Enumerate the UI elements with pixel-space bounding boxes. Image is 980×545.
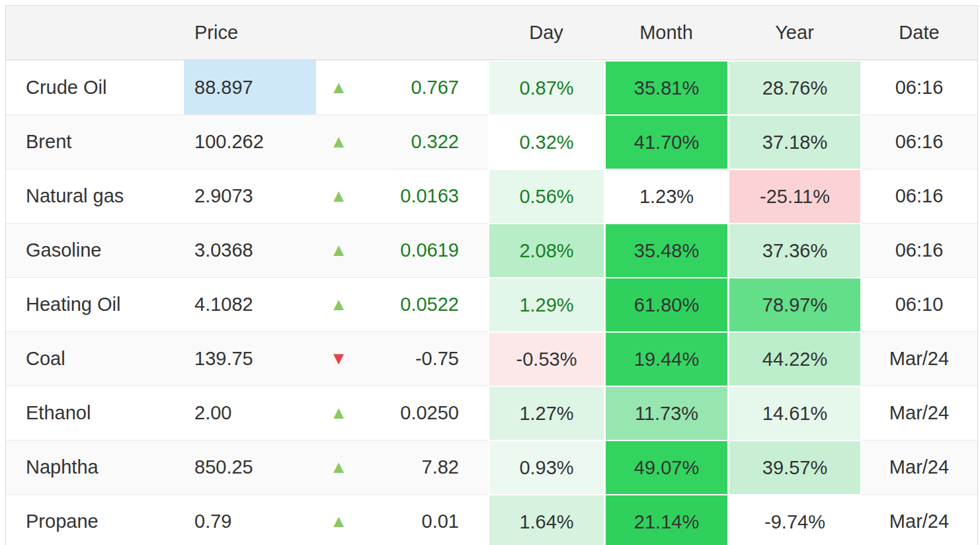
- col-header-change: [361, 6, 488, 60]
- day-percent-cell: 1.27%: [488, 386, 604, 440]
- day-percent-cell: 0.56%: [488, 169, 604, 223]
- change-cell: 7.82: [361, 440, 488, 494]
- month-percent-cell: 35.48%: [604, 223, 728, 277]
- day-percent-cell: 0.32%: [488, 114, 604, 169]
- price-cell: 0.79: [184, 494, 316, 545]
- commodity-link-heating-oil[interactable]: Heating Oil: [6, 277, 184, 331]
- col-header-year: Year: [728, 6, 861, 60]
- commodity-link-brent[interactable]: Brent: [6, 114, 184, 169]
- date-cell: Mar/24: [861, 494, 977, 545]
- up-arrow-icon: ▲: [316, 277, 361, 331]
- day-percent-cell: 2.08%: [488, 223, 604, 277]
- up-arrow-icon: ▲: [316, 60, 361, 114]
- up-arrow-icon: ▲: [316, 494, 361, 545]
- header-row: Price Day Month Year Date: [6, 6, 977, 60]
- month-percent-cell: 49.07%: [604, 440, 728, 494]
- col-header-price: Price: [184, 6, 316, 60]
- change-cell: 0.0619: [361, 223, 488, 277]
- date-cell: 06:16: [861, 169, 977, 223]
- table-row-heating-oil: Heating Oil 4.1082 ▲ 0.0522 1.29% 61.80%…: [6, 277, 977, 331]
- year-percent-cell: 39.57%: [728, 440, 861, 494]
- table-row-ethanol: Ethanol 2.00 ▲ 0.0250 1.27% 11.73% 14.61…: [6, 386, 977, 440]
- price-cell: 2.00: [184, 386, 316, 440]
- month-percent-cell: 35.81%: [604, 60, 728, 114]
- commodities-table: Price Day Month Year Date Crude Oil 88.8…: [5, 5, 978, 545]
- day-percent-cell: 0.87%: [488, 60, 604, 114]
- month-percent-cell: 21.14%: [604, 494, 728, 545]
- month-percent-cell: 19.44%: [604, 331, 728, 386]
- col-header-name: [6, 6, 184, 60]
- change-cell: -0.75: [361, 331, 488, 386]
- month-percent-cell: 11.73%: [604, 386, 728, 440]
- change-cell: 0.0163: [361, 169, 488, 223]
- price-cell: 100.262: [184, 114, 316, 169]
- table-row-gasoline: Gasoline 3.0368 ▲ 0.0619 2.08% 35.48% 37…: [6, 223, 977, 277]
- month-percent-cell: 61.80%: [604, 277, 728, 331]
- date-cell: Mar/24: [861, 331, 977, 386]
- year-percent-cell: -25.11%: [728, 169, 861, 223]
- price-cell: 139.75: [184, 331, 316, 386]
- commodity-link-naphtha[interactable]: Naphtha: [6, 440, 184, 494]
- commodity-link-natural-gas[interactable]: Natural gas: [6, 169, 184, 223]
- day-percent-cell: 1.29%: [488, 277, 604, 331]
- down-arrow-icon: ▼: [316, 331, 361, 386]
- table-row-naphtha: Naphtha 850.25 ▲ 7.82 0.93% 49.07% 39.57…: [6, 440, 977, 494]
- col-header-date: Date: [861, 6, 977, 60]
- col-header-day: Day: [488, 6, 604, 60]
- year-percent-cell: 37.18%: [728, 114, 861, 169]
- col-header-month: Month: [604, 6, 728, 60]
- date-cell: 06:16: [861, 223, 977, 277]
- up-arrow-icon: ▲: [316, 114, 361, 169]
- price-cell: 88.897: [184, 60, 316, 114]
- table-row-natural-gas: Natural gas 2.9073 ▲ 0.0163 0.56% 1.23% …: [6, 169, 977, 223]
- col-header-arrow: [316, 6, 361, 60]
- year-percent-cell: 37.36%: [728, 223, 861, 277]
- change-cell: 0.01: [361, 494, 488, 545]
- price-cell: 3.0368: [184, 223, 316, 277]
- year-percent-cell: 78.97%: [728, 277, 861, 331]
- date-cell: Mar/24: [861, 386, 977, 440]
- year-percent-cell: 44.22%: [728, 331, 861, 386]
- commodity-link-coal[interactable]: Coal: [6, 331, 184, 386]
- up-arrow-icon: ▲: [316, 169, 361, 223]
- up-arrow-icon: ▲: [316, 223, 361, 277]
- table-row-brent: Brent 100.262 ▲ 0.322 0.32% 41.70% 37.18…: [6, 114, 977, 169]
- month-percent-cell: 1.23%: [604, 169, 728, 223]
- table-header: Price Day Month Year Date: [6, 6, 977, 60]
- day-percent-cell: -0.53%: [488, 331, 604, 386]
- year-percent-cell: 28.76%: [728, 60, 861, 114]
- commodity-link-crude-oil[interactable]: Crude Oil: [6, 60, 184, 114]
- up-arrow-icon: ▲: [316, 386, 361, 440]
- price-cell: 4.1082: [184, 277, 316, 331]
- day-percent-cell: 0.93%: [488, 440, 604, 494]
- commodity-link-ethanol[interactable]: Ethanol: [6, 386, 184, 440]
- price-cell: 2.9073: [184, 169, 316, 223]
- up-arrow-icon: ▲: [316, 440, 361, 494]
- change-cell: 0.767: [361, 60, 488, 114]
- date-cell: 06:10: [861, 277, 977, 331]
- date-cell: 06:16: [861, 114, 977, 169]
- date-cell: 06:16: [861, 60, 977, 114]
- commodity-link-gasoline[interactable]: Gasoline: [6, 223, 184, 277]
- day-percent-cell: 1.64%: [488, 494, 604, 545]
- year-percent-cell: -9.74%: [728, 494, 861, 545]
- table-body: Crude Oil 88.897 ▲ 0.767 0.87% 35.81% 28…: [6, 60, 977, 545]
- table-row-crude-oil: Crude Oil 88.897 ▲ 0.767 0.87% 35.81% 28…: [6, 60, 977, 114]
- change-cell: 0.0250: [361, 386, 488, 440]
- commodity-link-propane[interactable]: Propane: [6, 494, 184, 545]
- change-cell: 0.0522: [361, 277, 488, 331]
- price-cell: 850.25: [184, 440, 316, 494]
- month-percent-cell: 41.70%: [604, 114, 728, 169]
- table-row-propane: Propane 0.79 ▲ 0.01 1.64% 21.14% -9.74% …: [6, 494, 977, 545]
- change-cell: 0.322: [361, 114, 488, 169]
- date-cell: Mar/24: [861, 440, 977, 494]
- table-row-coal: Coal 139.75 ▼ -0.75 -0.53% 19.44% 44.22%…: [6, 331, 977, 386]
- year-percent-cell: 14.61%: [728, 386, 861, 440]
